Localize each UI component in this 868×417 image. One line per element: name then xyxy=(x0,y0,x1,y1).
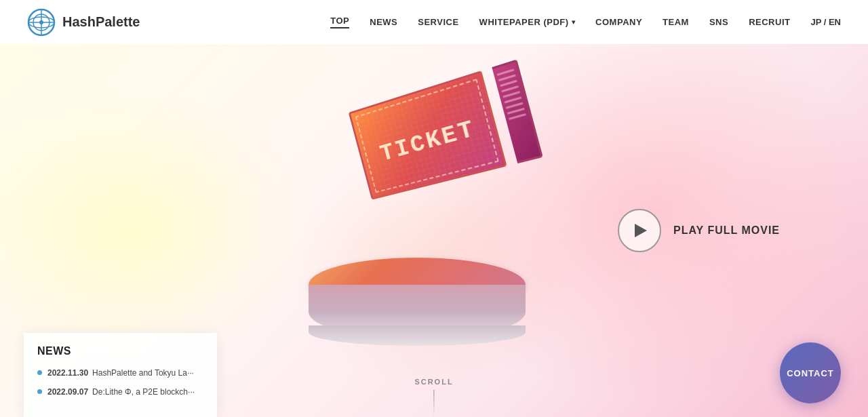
nav-service[interactable]: SERVICE xyxy=(418,17,458,27)
news-item-2[interactable]: 2022.09.07De:Lithe Φ, a P2E blockch··· xyxy=(37,386,203,398)
news-date-2: 2022.09.07 xyxy=(47,387,88,397)
play-label: PLAY FULL MOVIE xyxy=(673,224,780,237)
news-item-1[interactable]: 2022.11.30HashPalette and Tokyu La··· xyxy=(37,367,203,379)
ticket-scene: TICKET xyxy=(248,75,587,386)
news-date-1: 2022.11.30 xyxy=(47,368,88,378)
logo[interactable]: HashPalette xyxy=(27,8,140,37)
nav-whitepaper[interactable]: WHITEPAPER (PDF) ▾ xyxy=(479,17,575,27)
scroll-line xyxy=(433,390,434,417)
news-dot xyxy=(37,370,42,375)
play-area: PLAY FULL MOVIE xyxy=(618,209,780,252)
hero-section: TICKET xyxy=(0,44,868,417)
stub-line xyxy=(509,113,526,120)
news-panel: NEWS 2022.11.30HashPalette and Tokyu La·… xyxy=(24,333,217,417)
nav-recruit[interactable]: RECRUIT xyxy=(749,17,790,27)
nav-team[interactable]: TEAM xyxy=(663,17,689,27)
chevron-down-icon: ▾ xyxy=(572,18,576,26)
scroll-indicator: SCROLL xyxy=(414,378,453,417)
ticket-inner: TICKET xyxy=(355,79,499,193)
news-title: NEWS xyxy=(37,345,203,357)
scroll-text: SCROLL xyxy=(414,378,453,386)
cylinder-bottom-edge xyxy=(309,325,526,346)
play-button[interactable] xyxy=(618,209,661,252)
news-content-1: 2022.11.30HashPalette and Tokyu La··· xyxy=(47,367,194,379)
logo-icon xyxy=(27,8,56,37)
ticket: TICKET xyxy=(349,66,532,237)
news-dot-2 xyxy=(37,389,42,394)
news-content-2: 2022.09.07De:Lithe Φ, a P2E blockch··· xyxy=(47,386,195,398)
nav-news[interactable]: NEWS xyxy=(370,17,397,27)
ticket-text-svg: TICKET xyxy=(368,96,484,178)
logo-text: HashPalette xyxy=(62,14,140,30)
nav-lang[interactable]: JP / EN xyxy=(810,17,841,27)
svg-point-5 xyxy=(39,20,43,24)
news-text-1: HashPalette and Tokyu La··· xyxy=(92,368,194,378)
nav-top[interactable]: TOP xyxy=(330,16,349,28)
main-nav: TOP NEWS SERVICE WHITEPAPER (PDF) ▾ COMP… xyxy=(330,16,841,28)
news-text-2: De:Lithe Φ, a P2E blockch··· xyxy=(92,387,195,397)
contact-button[interactable]: CONTACT xyxy=(780,342,841,403)
ticket-main: TICKET xyxy=(349,71,507,200)
play-icon xyxy=(635,224,647,237)
contact-label: CONTACT xyxy=(787,368,834,378)
svg-rect-7 xyxy=(368,96,484,178)
cylinder xyxy=(309,258,526,366)
nav-sns[interactable]: SNS xyxy=(709,17,728,27)
nav-company[interactable]: COMPANY xyxy=(595,17,642,27)
header: HashPalette TOP NEWS SERVICE WHITEPAPER … xyxy=(0,0,868,44)
